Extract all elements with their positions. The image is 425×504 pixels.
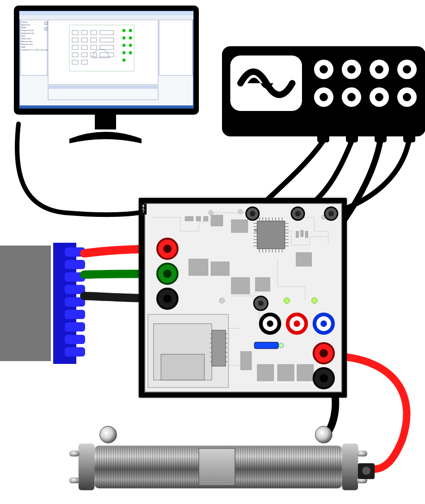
svg-rect-121 xyxy=(212,330,226,366)
svg-rect-43 xyxy=(0,246,51,361)
svg-rect-12 xyxy=(100,31,114,35)
svg-point-111 xyxy=(284,298,289,303)
banana-red-mid xyxy=(288,314,306,333)
svg-point-35 xyxy=(320,65,328,74)
svg-rect-5 xyxy=(45,22,47,25)
svg-rect-14 xyxy=(81,60,87,64)
panel-line: Minimum value xyxy=(21,41,32,43)
power-supply xyxy=(0,243,85,364)
svg-point-157 xyxy=(320,320,327,327)
svg-point-137 xyxy=(279,343,283,348)
svg-point-20 xyxy=(123,44,126,47)
svg-point-39 xyxy=(375,65,383,74)
svg-rect-275 xyxy=(199,449,235,486)
panel-line: Default value xyxy=(21,38,31,40)
svg-rect-72 xyxy=(297,364,314,381)
svg-point-151 xyxy=(163,295,172,303)
svg-rect-65 xyxy=(189,259,208,276)
svg-rect-46 xyxy=(65,260,85,269)
svg-point-159 xyxy=(320,349,328,357)
svg-rect-71 xyxy=(277,364,294,381)
svg-rect-62 xyxy=(296,231,299,238)
svg-rect-164 xyxy=(69,478,80,483)
svg-rect-162 xyxy=(79,444,94,490)
svg-point-279 xyxy=(362,467,370,475)
svg-point-114 xyxy=(219,298,225,303)
svg-point-22 xyxy=(123,51,126,55)
rheostat-binding-post xyxy=(358,463,375,479)
svg-point-149 xyxy=(163,270,172,278)
svg-rect-136 xyxy=(254,342,278,349)
svg-rect-57 xyxy=(196,216,201,221)
svg-point-23 xyxy=(129,51,132,55)
svg-point-141 xyxy=(295,211,301,216)
svg-rect-70 xyxy=(257,364,274,381)
svg-rect-63 xyxy=(301,230,303,237)
svg-point-18 xyxy=(123,37,126,40)
svg-rect-2 xyxy=(19,11,193,15)
usb-port xyxy=(140,203,147,215)
svg-rect-74 xyxy=(257,221,285,249)
svg-rect-50 xyxy=(65,310,85,319)
svg-rect-28 xyxy=(19,105,193,108)
svg-point-155 xyxy=(294,320,300,327)
oscilloscope xyxy=(222,46,425,142)
svg-rect-27 xyxy=(48,86,158,89)
svg-rect-3 xyxy=(19,15,193,19)
banana-blue-mid xyxy=(314,314,333,333)
svg-rect-68 xyxy=(255,277,270,291)
svg-rect-53 xyxy=(65,347,85,356)
svg-rect-165 xyxy=(342,444,358,490)
svg-rect-166 xyxy=(357,451,367,456)
rheostat xyxy=(69,426,375,490)
svg-rect-67 xyxy=(231,277,250,294)
panel-line: Width xyxy=(21,46,25,48)
svg-rect-25 xyxy=(159,20,192,75)
svg-rect-29 xyxy=(95,115,116,129)
svg-rect-9 xyxy=(72,31,78,35)
svg-rect-60 xyxy=(231,220,248,233)
svg-point-277 xyxy=(315,426,332,443)
power-banana-black xyxy=(157,289,178,309)
panel-line: Sample time (-1 = inherit; step size) xyxy=(21,49,48,51)
svg-point-143 xyxy=(328,211,334,216)
panel-line: Background color xyxy=(21,32,35,34)
svg-point-24 xyxy=(123,59,126,62)
svg-point-161 xyxy=(320,374,328,382)
svg-rect-7 xyxy=(48,20,158,85)
pc-monitor: General Appearance Model Foreground colo… xyxy=(14,6,199,143)
svg-rect-58 xyxy=(203,216,208,221)
power-banana-green xyxy=(157,264,178,284)
svg-point-147 xyxy=(163,245,172,253)
svg-point-276 xyxy=(100,426,117,443)
panel-line: Foreground color xyxy=(21,30,34,31)
svg-rect-64 xyxy=(305,231,308,238)
output-banana-black xyxy=(314,368,334,388)
transformer xyxy=(148,314,228,387)
svg-point-37 xyxy=(347,65,356,74)
svg-point-19 xyxy=(129,37,132,40)
panel-line: General xyxy=(21,21,27,23)
panel-line: Model xyxy=(21,27,26,29)
mcu-board xyxy=(139,198,347,398)
panel-line: Appearance xyxy=(21,24,30,26)
svg-point-41 xyxy=(403,65,411,74)
svg-rect-59 xyxy=(211,215,223,226)
svg-rect-10 xyxy=(81,31,87,35)
svg-point-16 xyxy=(123,29,126,32)
svg-point-17 xyxy=(129,29,132,32)
svg-rect-52 xyxy=(65,335,85,344)
panel-line: Maximum value xyxy=(21,43,33,45)
svg-rect-11 xyxy=(91,31,97,35)
power-terminal-block xyxy=(53,243,85,364)
svg-rect-13 xyxy=(72,60,78,64)
svg-rect-66 xyxy=(211,262,229,276)
svg-rect-69 xyxy=(240,351,252,370)
svg-point-21 xyxy=(129,44,132,47)
svg-point-145 xyxy=(258,301,264,306)
mcu-chip xyxy=(253,217,289,252)
svg-point-139 xyxy=(250,211,255,216)
power-banana-red xyxy=(157,239,178,259)
svg-point-107 xyxy=(209,210,213,215)
svg-point-153 xyxy=(267,320,273,327)
